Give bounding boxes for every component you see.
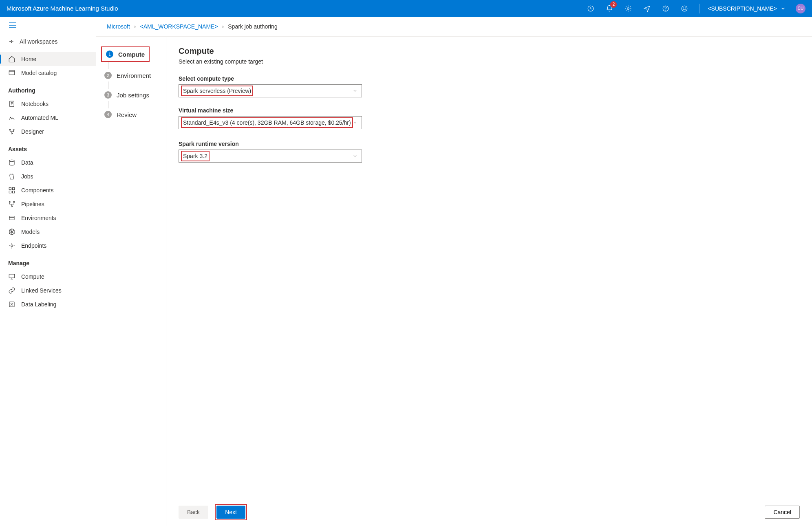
svg-point-19 xyxy=(11,206,13,207)
notifications-icon[interactable]: 2 xyxy=(603,2,616,15)
app-header: Microsoft Azure Machine Learning Studio … xyxy=(0,0,812,17)
wizard-footer: Back Next Cancel xyxy=(166,498,812,526)
jobs-icon xyxy=(8,173,15,180)
svg-point-5 xyxy=(684,8,684,8)
wizard-steps: 1 Compute 2 Environment 3 Job settings 4 xyxy=(96,37,166,526)
step-review[interactable]: 4 Review xyxy=(101,108,161,121)
app-title: Microsoft Azure Machine Learning Studio xyxy=(7,5,118,12)
vm-size-select[interactable]: Standard_E4s_v3 (4 core(s), 32GB RAM, 64… xyxy=(179,116,362,129)
sidebar: All workspaces Home Model catalog Author… xyxy=(0,17,96,526)
smile-icon[interactable] xyxy=(678,2,691,15)
breadcrumb: Microsoft › <AML_WORKSPACE_NAME> › Spark… xyxy=(96,17,812,37)
next-button[interactable]: Next xyxy=(216,506,245,519)
breadcrumb-root[interactable]: Microsoft xyxy=(107,23,130,30)
svg-rect-15 xyxy=(9,191,11,193)
sidebar-item-pipelines[interactable]: Pipelines xyxy=(0,197,96,211)
linked-icon xyxy=(8,287,15,294)
automl-icon xyxy=(8,114,15,121)
compute-icon xyxy=(8,273,15,280)
breadcrumb-current: Spark job authoring xyxy=(228,23,277,30)
feedback-icon[interactable] xyxy=(640,2,653,15)
svg-rect-8 xyxy=(10,101,14,107)
sidebar-item-model-catalog[interactable]: Model catalog xyxy=(0,66,96,80)
step-compute[interactable]: 1 Compute xyxy=(103,48,148,60)
svg-rect-7 xyxy=(9,70,15,75)
sidebar-item-data[interactable]: Data xyxy=(0,156,96,169)
wizard-panel: Compute Select an existing compute targe… xyxy=(166,37,812,526)
cancel-button[interactable]: Cancel xyxy=(765,506,800,519)
vm-size-value: Standard_E4s_v3 (4 core(s), 32GB RAM, 64… xyxy=(183,119,351,126)
sidebar-item-designer[interactable]: Designer xyxy=(0,125,96,139)
svg-point-11 xyxy=(11,133,13,134)
svg-point-17 xyxy=(9,201,10,202)
runtime-select[interactable]: Spark 3.2 xyxy=(179,150,362,163)
svg-point-21 xyxy=(11,245,13,247)
runtime-value: Spark 3.2 xyxy=(183,153,207,159)
chevron-right-icon: › xyxy=(134,23,136,30)
sidebar-item-notebooks[interactable]: Notebooks xyxy=(0,97,96,111)
labeling-icon xyxy=(8,301,15,308)
sidebar-item-endpoints[interactable]: Endpoints xyxy=(0,239,96,253)
all-workspaces-link[interactable]: All workspaces xyxy=(0,35,96,52)
header-actions: 2 <SUBSCRIPTION_NAME> CU xyxy=(584,2,805,15)
help-icon[interactable] xyxy=(659,2,672,15)
clock-icon[interactable] xyxy=(584,2,597,15)
svg-rect-16 xyxy=(13,191,15,193)
panel-subtitle: Select an existing compute target xyxy=(179,58,800,65)
step-job-settings[interactable]: 3 Job settings xyxy=(101,89,161,101)
menu-toggle-icon[interactable] xyxy=(0,17,96,35)
field-runtime: Spark runtime version Spark 3.2 xyxy=(179,141,364,163)
back-arrow-icon xyxy=(8,38,15,45)
section-authoring: Authoring xyxy=(0,80,96,97)
sidebar-item-automl[interactable]: Automated ML xyxy=(0,111,96,125)
sidebar-item-data-labeling[interactable]: Data Labeling xyxy=(0,297,96,311)
chevron-down-icon xyxy=(353,88,357,93)
field-vm-size: Virtual machine size Standard_E4s_v3 (4 … xyxy=(179,107,364,129)
svg-rect-22 xyxy=(9,274,15,278)
catalog-icon xyxy=(8,69,15,77)
breadcrumb-workspace[interactable]: <AML_WORKSPACE_NAME> xyxy=(140,23,218,30)
svg-point-9 xyxy=(9,129,11,130)
notebook-icon xyxy=(8,100,15,108)
components-icon xyxy=(8,187,15,194)
pipelines-icon xyxy=(8,200,15,208)
chevron-down-icon xyxy=(353,120,357,125)
svg-point-1 xyxy=(627,7,629,9)
svg-rect-14 xyxy=(13,187,15,189)
sidebar-item-jobs[interactable]: Jobs xyxy=(0,169,96,183)
compute-type-value: Spark serverless (Preview) xyxy=(183,88,251,94)
panel-title: Compute xyxy=(179,46,800,56)
field-compute-type: Select compute type Spark serverless (Pr… xyxy=(179,75,364,97)
svg-point-6 xyxy=(685,8,686,8)
vm-size-label: Virtual machine size xyxy=(179,107,364,114)
svg-point-3 xyxy=(666,10,666,10)
chevron-right-icon: › xyxy=(222,23,224,30)
sidebar-item-models[interactable]: Models xyxy=(0,225,96,239)
designer-icon xyxy=(8,128,15,135)
avatar[interactable]: CU xyxy=(796,4,805,13)
models-icon xyxy=(8,228,15,235)
notification-badge: 2 xyxy=(610,1,617,8)
subscription-selector[interactable]: <SUBSCRIPTION_NAME> xyxy=(708,5,786,12)
subscription-name: <SUBSCRIPTION_NAME> xyxy=(708,5,777,12)
compute-type-label: Select compute type xyxy=(179,75,364,82)
settings-icon[interactable] xyxy=(622,2,635,15)
sidebar-item-linked-services[interactable]: Linked Services xyxy=(0,284,96,297)
sidebar-item-compute[interactable]: Compute xyxy=(0,270,96,284)
sidebar-item-components[interactable]: Components xyxy=(0,183,96,197)
compute-type-select[interactable]: Spark serverless (Preview) xyxy=(179,84,362,97)
sidebar-item-home[interactable]: Home xyxy=(0,52,96,66)
svg-point-12 xyxy=(9,160,14,162)
endpoints-icon xyxy=(8,242,15,249)
back-button[interactable]: Back xyxy=(179,506,208,519)
svg-point-18 xyxy=(13,201,15,202)
sidebar-item-environments[interactable]: Environments xyxy=(0,211,96,225)
data-icon xyxy=(8,159,15,166)
home-icon xyxy=(8,55,15,63)
svg-rect-13 xyxy=(9,187,11,189)
svg-point-10 xyxy=(13,129,14,130)
step-environment[interactable]: 2 Environment xyxy=(101,69,161,81)
chevron-down-icon xyxy=(353,154,357,158)
section-manage: Manage xyxy=(0,253,96,270)
svg-rect-20 xyxy=(9,216,14,220)
